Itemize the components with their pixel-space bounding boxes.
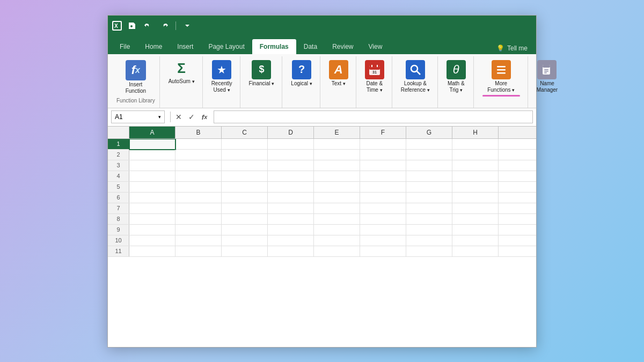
cell-D9[interactable] (268, 225, 314, 235)
cell-G9[interactable] (406, 225, 452, 235)
name-box[interactable]: A1 ▾ (111, 110, 165, 123)
cell-A1[interactable] (129, 139, 175, 150)
cell-G2[interactable] (406, 150, 452, 160)
cell-B9[interactable] (175, 225, 222, 235)
cell-C7[interactable] (222, 203, 268, 214)
col-header-D[interactable]: D (268, 127, 314, 138)
cell-C6[interactable] (222, 193, 268, 203)
cell-E4[interactable] (314, 171, 360, 182)
cell-F8[interactable] (360, 214, 406, 225)
name-manager-button[interactable]: NameManager (533, 58, 561, 95)
cell-C10[interactable] (222, 235, 268, 246)
formula-confirm-button[interactable]: ✓ (186, 111, 197, 123)
tab-data[interactable]: Data (296, 39, 325, 54)
cell-A7[interactable] (129, 203, 175, 214)
cell-F1[interactable] (360, 139, 406, 150)
cell-D11[interactable] (268, 246, 314, 257)
row-header-9[interactable]: 9 (108, 225, 129, 235)
col-header-F[interactable]: F (360, 127, 406, 138)
row-header-4[interactable]: 4 (108, 171, 129, 181)
cell-H5[interactable] (452, 182, 499, 193)
cell-G10[interactable] (406, 235, 452, 246)
cell-G3[interactable] (406, 160, 452, 171)
autosum-button[interactable]: Σ AutoSum ▾ (165, 58, 198, 86)
cell-E9[interactable] (314, 225, 360, 235)
cell-B7[interactable] (175, 203, 222, 214)
cell-E2[interactable] (314, 150, 360, 160)
cell-D8[interactable] (268, 214, 314, 225)
cell-F5[interactable] (360, 182, 406, 193)
cell-C8[interactable] (222, 214, 268, 225)
formula-input[interactable] (214, 110, 533, 123)
cell-B8[interactable] (175, 214, 222, 225)
cell-F3[interactable] (360, 160, 406, 171)
cell-E11[interactable] (314, 246, 360, 257)
cell-D1[interactable] (268, 139, 314, 150)
cell-F11[interactable] (360, 246, 406, 257)
cell-E5[interactable] (314, 182, 360, 193)
cell-G4[interactable] (406, 171, 452, 182)
undo-button[interactable] (142, 20, 154, 32)
col-header-C[interactable]: C (222, 127, 268, 138)
more-functions-button[interactable]: MoreFunctions ▾ (479, 58, 523, 98)
cell-B6[interactable] (175, 193, 222, 203)
cell-B5[interactable] (175, 182, 222, 193)
cell-F2[interactable] (360, 150, 406, 160)
save-button[interactable] (126, 20, 138, 32)
row-header-2[interactable]: 2 (108, 150, 129, 160)
formula-insert-button[interactable]: fx (199, 111, 210, 123)
col-header-A[interactable]: A (129, 127, 175, 138)
col-header-E[interactable]: E (314, 127, 360, 138)
cell-D5[interactable] (268, 182, 314, 193)
cell-B10[interactable] (175, 235, 222, 246)
cell-A8[interactable] (129, 214, 175, 225)
cell-G7[interactable] (406, 203, 452, 214)
cell-B3[interactable] (175, 160, 222, 171)
cell-D2[interactable] (268, 150, 314, 160)
cell-A6[interactable] (129, 193, 175, 203)
row-header-1[interactable]: 1 (108, 139, 129, 149)
tab-formulas[interactable]: Formulas (252, 39, 296, 54)
cell-D3[interactable] (268, 160, 314, 171)
row-header-6[interactable]: 6 (108, 193, 129, 203)
cell-D6[interactable] (268, 193, 314, 203)
cell-H6[interactable] (452, 193, 499, 203)
cell-G5[interactable] (406, 182, 452, 193)
lookup-button[interactable]: Lookup &Reference ▾ (398, 58, 433, 95)
cell-F9[interactable] (360, 225, 406, 235)
cell-B4[interactable] (175, 171, 222, 182)
cell-B1[interactable] (175, 139, 222, 150)
text-button[interactable]: A Text ▾ (326, 58, 352, 88)
cell-H3[interactable] (452, 160, 499, 171)
cell-H1[interactable] (452, 139, 499, 150)
formula-cancel-button[interactable]: ✕ (173, 111, 185, 123)
cell-A11[interactable] (129, 246, 175, 257)
cell-E6[interactable] (314, 193, 360, 203)
financial-button[interactable]: $ Financial ▾ (246, 58, 278, 88)
cell-G1[interactable] (406, 139, 452, 150)
tab-review[interactable]: Review (325, 39, 361, 54)
cell-D4[interactable] (268, 171, 314, 182)
cell-F4[interactable] (360, 171, 406, 182)
cell-F6[interactable] (360, 193, 406, 203)
cell-C9[interactable] (222, 225, 268, 235)
cell-C2[interactable] (222, 150, 268, 160)
cell-H2[interactable] (452, 150, 499, 160)
cell-A3[interactable] (129, 160, 175, 171)
cell-F7[interactable] (360, 203, 406, 214)
cell-A9[interactable] (129, 225, 175, 235)
cell-F10[interactable] (360, 235, 406, 246)
cell-G8[interactable] (406, 214, 452, 225)
cell-C4[interactable] (222, 171, 268, 182)
tab-page-layout[interactable]: Page Layout (201, 39, 252, 54)
customize-quick-access-button[interactable] (181, 20, 193, 32)
cell-G11[interactable] (406, 246, 452, 257)
cell-A10[interactable] (129, 235, 175, 246)
cell-A2[interactable] (129, 150, 175, 160)
cell-E1[interactable] (314, 139, 360, 150)
redo-button[interactable] (158, 20, 170, 32)
cell-C5[interactable] (222, 182, 268, 193)
row-header-8[interactable]: 8 (108, 214, 129, 224)
row-header-7[interactable]: 7 (108, 203, 129, 213)
row-header-10[interactable]: 10 (108, 235, 129, 246)
